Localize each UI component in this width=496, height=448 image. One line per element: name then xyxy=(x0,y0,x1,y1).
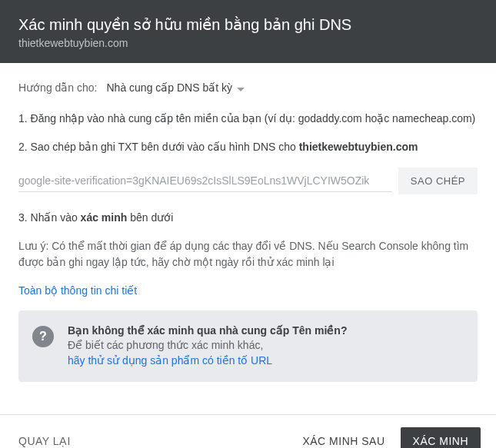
instructions-row: Hướng dẫn cho: Nhà cung cấp DNS bất kỳ xyxy=(18,81,478,94)
dialog-title: Xác minh quyền sở hữu miền bằng bản ghi … xyxy=(18,15,478,34)
dialog-footer: QUAY LẠI XÁC MINH SAU XÁC MINH xyxy=(0,414,496,448)
info-title: Bạn không thể xác minh qua nhà cung cấp … xyxy=(68,324,347,337)
dialog-content: Hướng dẫn cho: Nhà cung cấp DNS bất kỳ 1… xyxy=(0,63,496,400)
dropdown-value: Nhà cung cấp DNS bất kỳ xyxy=(107,81,233,94)
step-2-domain: thietkewebtuybien.com xyxy=(299,141,418,153)
dialog-domain: thietkewebtuybien.com xyxy=(18,37,478,49)
step-2: 2. Sao chép bản ghi TXT bên dưới vào cấu… xyxy=(18,139,478,155)
note-text: Lưu ý: Có thể mất thời gian để áp dụng c… xyxy=(18,238,478,270)
dialog-header: Xác minh quyền sở hữu miền bằng bản ghi … xyxy=(0,0,496,63)
step-3-bold: xác minh xyxy=(81,211,128,224)
instructions-label: Hướng dẫn cho: xyxy=(18,81,98,94)
dns-provider-dropdown[interactable]: Nhà cung cấp DNS bất kỳ xyxy=(107,81,245,94)
verify-later-button[interactable]: XÁC MINH SAU xyxy=(293,429,394,448)
url-prefix-link[interactable]: hãy thử sử dụng sản phẩm có tiền tố URL xyxy=(68,354,272,367)
step-1: 1. Đăng nhập vào nhà cung cấp tên miền c… xyxy=(18,111,478,127)
txt-record-input[interactable] xyxy=(18,170,392,192)
verify-button[interactable]: XÁC MINH xyxy=(401,427,481,448)
details-link[interactable]: Toàn bộ thông tin chi tiết xyxy=(18,284,137,297)
step-3: 3. Nhấn vào xác minh bên dưới xyxy=(18,210,478,226)
chevron-down-icon xyxy=(237,81,245,94)
step-3-prefix: 3. Nhấn vào xyxy=(18,211,81,224)
info-text: Để biết các phương thức xác minh khác, h… xyxy=(68,338,347,368)
step-3-suffix: bên dưới xyxy=(127,211,173,224)
info-body: Bạn không thể xác minh qua nhà cung cấp … xyxy=(68,324,347,368)
step-2-text: 2. Sao chép bản ghi TXT bên dưới vào cấu… xyxy=(18,141,299,153)
copy-button[interactable]: SAO CHÉP xyxy=(398,168,478,194)
back-button[interactable]: QUAY LẠI xyxy=(15,429,74,448)
info-box: ? Bạn không thể xác minh qua nhà cung cấ… xyxy=(18,310,478,382)
info-desc: Để biết các phương thức xác minh khác, xyxy=(68,339,263,351)
txt-record-row: SAO CHÉP xyxy=(18,168,478,194)
help-icon: ? xyxy=(32,326,54,347)
